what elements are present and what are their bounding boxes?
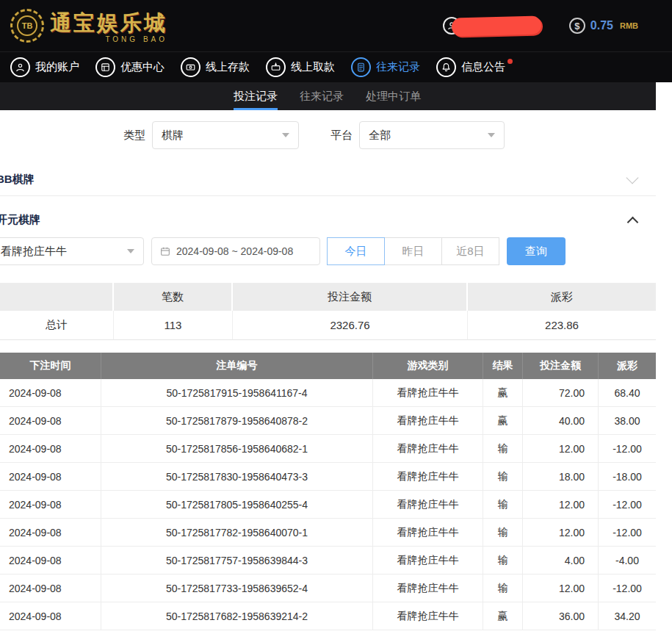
cell-payout: -12.00 xyxy=(599,435,656,463)
bets-table-header: 下注时间 注单编号 游戏类别 结果 投注金额 派彩 xyxy=(0,353,656,379)
summary-total-row: 总计 113 2326.76 223.86 xyxy=(0,311,656,340)
cell-payout: -18.00 xyxy=(599,463,656,491)
tab-pending-orders[interactable]: 处理中订单 xyxy=(366,82,421,110)
chip-text: TB xyxy=(17,15,37,36)
cell-bet-amount: 12.00 xyxy=(523,519,599,547)
cell-payout: -12.00 xyxy=(599,519,656,547)
section-bb-chess[interactable]: BB棋牌 xyxy=(0,164,656,196)
summary-header-row: 笔数 投注金额 派彩 xyxy=(0,283,656,311)
cell-result: 输 xyxy=(483,574,523,602)
top-header: TB 通宝娱乐城 TONG BAO $ 0.75 RMB xyxy=(0,0,672,51)
today-button[interactable]: 今日 xyxy=(327,237,385,265)
cell-payout: -12.00 xyxy=(599,574,656,602)
chevron-down-icon[interactable] xyxy=(626,171,639,184)
summary-header-blank xyxy=(0,283,114,311)
game-select[interactable]: 看牌抢庄牛牛 xyxy=(0,237,144,265)
cell-result: 输 xyxy=(483,519,523,547)
site-logo: TB 通宝娱乐城 TONG BAO xyxy=(10,9,167,43)
cell-bet-id: 50-1725817879-1958640878-2 xyxy=(101,407,373,435)
platform-label: 平台 xyxy=(330,129,353,143)
section-title: 开元棋牌 xyxy=(0,213,40,227)
cell-result: 赢 xyxy=(483,407,523,435)
nav-item-transaction-records[interactable]: 往来记录 xyxy=(351,57,420,77)
cell-game-type: 看牌抢庄牛牛 xyxy=(373,379,483,407)
cell-bet-id: 50-1725817830-1958640473-3 xyxy=(101,463,373,491)
cell-bet-amount: 4.00 xyxy=(523,547,599,574)
sub-nav: 投注记录 往来记录 处理中订单 xyxy=(0,82,656,110)
cell-bet-time: 2024-09-08 xyxy=(0,407,101,435)
notification-dot xyxy=(507,59,513,64)
cell-bet-time: 2024-09-08 xyxy=(0,435,101,463)
dollar-icon: $ xyxy=(569,18,585,34)
cell-game-type: 看牌抢庄牛牛 xyxy=(373,574,483,602)
nav-item-label: 线上取款 xyxy=(291,60,335,74)
cell-bet-time: 2024-09-08 xyxy=(0,491,101,519)
cell-result: 输 xyxy=(483,547,523,574)
header-bet-time: 下注时间 xyxy=(0,353,101,379)
cell-bet-time: 2024-09-08 xyxy=(0,519,101,547)
chevron-down-icon xyxy=(127,249,134,253)
header-game-type: 游戏类别 xyxy=(373,353,483,379)
nav-item-label: 我的账户 xyxy=(35,60,79,74)
table-row: 2024-09-08 50-1725817782-1958640070-1 看牌… xyxy=(0,519,656,547)
summary-header-amount: 投注金额 xyxy=(233,283,468,311)
nav-item-promotions[interactable]: 优惠中心 xyxy=(95,57,165,77)
table-row: 2024-09-08 50-1725817879-1958640878-2 看牌… xyxy=(0,407,656,435)
cell-payout: 34.20 xyxy=(599,602,656,630)
cell-bet-id: 50-1725817733-1958639652-4 xyxy=(101,574,373,602)
records-icon xyxy=(351,57,371,77)
section-kaiyuan-chess[interactable]: 开元棋牌 xyxy=(0,203,656,236)
cell-result: 输 xyxy=(483,435,523,463)
deposit-icon xyxy=(181,57,200,77)
cell-game-type: 看牌抢庄牛牛 xyxy=(373,491,483,519)
tab-transaction-records[interactable]: 往来记录 xyxy=(300,82,344,110)
cell-bet-id: 50-1725817757-1958639844-3 xyxy=(101,547,373,574)
cell-bet-time: 2024-09-08 xyxy=(0,602,101,630)
type-label: 类型 xyxy=(123,129,145,143)
summary-table: 笔数 投注金额 派彩 总计 113 2326.76 223.86 xyxy=(0,283,656,340)
yesterday-button[interactable]: 昨日 xyxy=(384,237,442,265)
grid-icon xyxy=(95,57,115,77)
cell-bet-time: 2024-09-08 xyxy=(0,574,101,602)
cell-result: 输 xyxy=(483,463,523,491)
cell-bet-amount: 12.00 xyxy=(523,435,599,463)
summary-total-amount: 2326.76 xyxy=(233,311,468,340)
cell-bet-id: 50-1725817682-1958639214-2 xyxy=(101,602,373,630)
cell-bet-amount: 40.00 xyxy=(523,407,599,435)
cell-game-type: 看牌抢庄牛牛 xyxy=(373,602,483,630)
type-select[interactable]: 棋牌 xyxy=(152,121,299,149)
cell-game-type: 看牌抢庄牛牛 xyxy=(373,463,483,491)
platform-select[interactable]: 全部 xyxy=(359,121,505,149)
table-row: 2024-09-08 50-1725817682-1958639214-2 看牌… xyxy=(0,602,656,630)
cell-payout: -12.00 xyxy=(599,491,656,519)
cell-result: 赢 xyxy=(483,602,523,630)
nav-item-my-account[interactable]: 我的账户 xyxy=(10,57,79,77)
cell-result: 输 xyxy=(483,491,523,519)
summary-total-label: 总计 xyxy=(0,311,114,340)
date-range-input[interactable]: 2024-09-08 ~ 2024-09-08 xyxy=(151,237,320,265)
redacted-username xyxy=(451,15,541,36)
site-subtitle: TONG BAO xyxy=(105,35,167,43)
cell-bet-id: 50-1725817856-1958640682-1 xyxy=(101,435,373,463)
cell-bet-id: 50-1725817805-1958640255-4 xyxy=(101,491,373,519)
search-button[interactable]: 查询 xyxy=(507,237,566,265)
site-title: 通宝娱乐城 xyxy=(50,9,167,38)
withdraw-icon xyxy=(266,57,286,77)
tab-betting-records[interactable]: 投注记录 xyxy=(234,82,278,110)
nav-item-label: 优惠中心 xyxy=(120,60,165,74)
game-select-value: 看牌抢庄牛牛 xyxy=(1,245,67,259)
chevron-up-icon[interactable] xyxy=(627,216,639,228)
nav-item-deposit[interactable]: 线上存款 xyxy=(181,57,250,77)
last-8-days-button[interactable]: 近8日 xyxy=(441,237,499,265)
summary-header-count: 笔数 xyxy=(114,283,233,311)
table-row: 2024-09-08 50-1725817757-1958639844-3 看牌… xyxy=(0,547,656,574)
cell-bet-time: 2024-09-08 xyxy=(0,379,101,407)
filter-row: 类型 棋牌 平台 全部 xyxy=(123,121,656,149)
cell-bet-time: 2024-09-08 xyxy=(0,463,101,491)
balance-currency: RMB xyxy=(620,21,638,30)
cell-game-type: 看牌抢庄牛牛 xyxy=(373,435,483,463)
bell-icon xyxy=(436,57,456,77)
nav-item-announcements[interactable]: 信息公告 xyxy=(436,57,505,77)
nav-item-withdraw[interactable]: 线上取款 xyxy=(266,57,335,77)
cell-result: 赢 xyxy=(483,379,523,407)
